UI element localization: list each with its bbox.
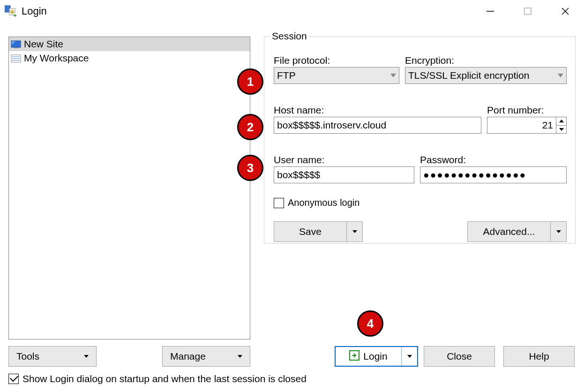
- manage-label: Manage: [170, 351, 206, 362]
- spinner-down-icon[interactable]: [556, 126, 566, 134]
- port-input[interactable]: 21: [487, 117, 556, 134]
- chevron-down-icon: [556, 230, 561, 233]
- encryption-value: TLS/SSL Explicit encryption: [408, 70, 529, 81]
- host-input[interactable]: box$$$$$.introserv.cloud: [274, 117, 481, 134]
- manage-button[interactable]: Manage: [162, 346, 250, 367]
- advanced-button-label: Advanced...: [468, 222, 550, 241]
- app-icon: [5, 5, 18, 18]
- file-protocol-value: FTP: [277, 70, 296, 81]
- port-label: Port number:: [487, 104, 567, 117]
- svg-rect-10: [14, 47, 18, 48]
- advanced-button[interactable]: Advanced...: [467, 221, 567, 242]
- username-label: User name:: [274, 153, 414, 166]
- file-protocol-label: File protocol:: [274, 54, 399, 67]
- help-label: Help: [529, 351, 549, 362]
- advanced-dropdown-arrow[interactable]: [550, 222, 566, 241]
- login-label: Login: [363, 351, 387, 362]
- password-input[interactable]: ●●●●●●●●●●●●●●●: [420, 166, 567, 183]
- spinner-up-icon[interactable]: [556, 117, 566, 126]
- save-button[interactable]: Save: [274, 221, 363, 242]
- host-value: box$$$$$.introserv.cloud: [277, 120, 386, 131]
- password-value: ●●●●●●●●●●●●●●●: [423, 169, 526, 181]
- password-label: Password:: [420, 153, 567, 166]
- svg-rect-5: [524, 8, 531, 15]
- site-item-label: My Workspace: [24, 53, 89, 64]
- close-button[interactable]: Close: [424, 346, 495, 367]
- login-button[interactable]: Login: [335, 346, 418, 367]
- username-value: box$$$$$: [277, 169, 320, 181]
- startup-label: Show Login dialog on startup and when th…: [22, 373, 307, 384]
- chevron-down-icon: [407, 355, 412, 358]
- svg-rect-3: [12, 11, 13, 14]
- help-button[interactable]: Help: [503, 346, 575, 367]
- tools-button[interactable]: Tools: [8, 346, 97, 367]
- site-item-new-site[interactable]: New Site: [9, 37, 250, 51]
- chevron-down-icon: [390, 74, 396, 77]
- annotation-step-4: 4: [357, 310, 383, 337]
- chevron-down-icon: [84, 355, 89, 358]
- annotation-step-2: 2: [237, 114, 263, 140]
- chevron-down-icon: [352, 230, 357, 233]
- annotation-step-3: 3: [237, 155, 263, 181]
- startup-checkbox-row: Show Login dialog on startup and when th…: [8, 373, 307, 384]
- close-label: Close: [447, 351, 472, 362]
- login-dropdown-arrow[interactable]: [401, 347, 417, 366]
- chevron-down-icon: [238, 355, 242, 358]
- sites-list[interactable]: New Site My Workspace: [8, 37, 250, 339]
- anonymous-checkbox[interactable]: [274, 198, 284, 208]
- save-button-label: Save: [274, 222, 346, 241]
- window-title: Login: [22, 5, 47, 17]
- port-spinner[interactable]: [556, 117, 567, 134]
- session-legend: Session: [270, 30, 309, 42]
- host-label: Host name:: [274, 104, 481, 117]
- monitor-icon: [11, 40, 21, 48]
- save-dropdown-arrow[interactable]: [346, 222, 362, 241]
- session-group: Session File protocol: FTP Encryption: T…: [264, 37, 576, 244]
- site-item-label: New Site: [24, 38, 63, 50]
- login-icon: [349, 350, 359, 363]
- list-icon: [11, 54, 21, 62]
- chevron-down-icon: [558, 74, 563, 77]
- startup-checkbox[interactable]: [8, 374, 19, 384]
- annotation-step-1: 1: [237, 68, 263, 95]
- minimize-button[interactable]: [472, 0, 509, 23]
- username-input[interactable]: box$$$$$: [274, 166, 414, 183]
- maximize-button[interactable]: [509, 0, 547, 23]
- titlebar: Login: [0, 0, 584, 23]
- tools-label: Tools: [16, 351, 39, 362]
- dialog-body: New Site My Workspace Session File proto…: [8, 37, 576, 384]
- port-value: 21: [542, 120, 553, 131]
- site-item-my-workspace[interactable]: My Workspace: [9, 51, 250, 65]
- window-controls: [472, 0, 584, 23]
- encryption-select[interactable]: TLS/SSL Explicit encryption: [405, 67, 567, 84]
- anonymous-label: Anonymous login: [288, 197, 359, 208]
- close-window-button[interactable]: [547, 0, 584, 23]
- file-protocol-select[interactable]: FTP: [274, 67, 399, 84]
- encryption-label: Encryption:: [405, 54, 567, 67]
